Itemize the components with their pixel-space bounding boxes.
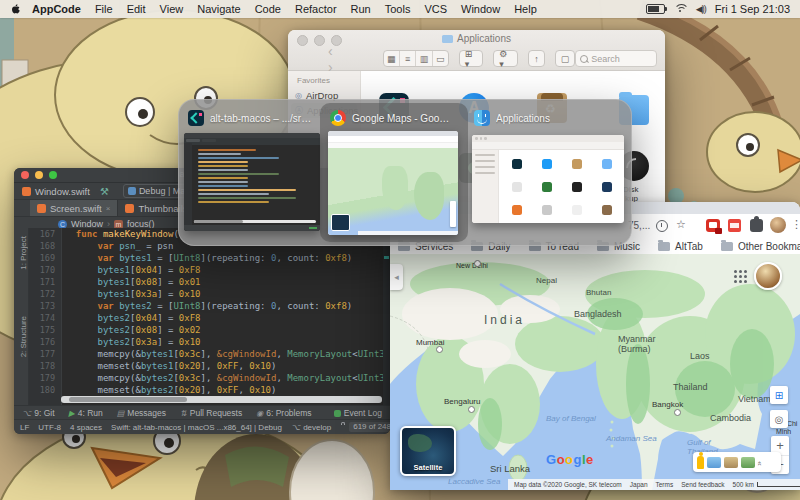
clock-icon[interactable] [656,220,668,232]
extension-icon[interactable] [706,219,720,232]
code-line[interactable]: 172 bytes1[0x3a] = 0x10 [29,288,390,300]
google-map[interactable]: New DelhiNepalBhutanIndiaBangladeshMyanm… [390,254,800,490]
other-bookmarks[interactable]: Other Bookmarks [721,241,800,252]
toolwindow-button-run[interactable]: ▶4: Run [69,408,103,418]
menu-help[interactable]: Help [514,3,537,15]
switcher-item-chrome[interactable]: Google Maps - Google Chr... [330,110,454,126]
attrib-link[interactable]: Terms [656,481,674,488]
puzzle-extension-icon[interactable] [750,219,763,232]
build-hammer-icon[interactable]: ⚒ [100,186,109,197]
code-text: var psn_ = psn [61,240,173,252]
action-gear-button[interactable]: ⚙ ▾ [493,50,518,67]
toolwindow-button-problems[interactable]: ◉6: Problems [256,408,311,418]
menu-view[interactable]: View [160,3,184,15]
group-button[interactable]: ⊞ ▾ [459,50,483,67]
pegman-icon[interactable] [697,456,704,469]
status-item[interactable]: LF [20,423,29,432]
switcher-thumbnail-finder[interactable] [472,135,624,223]
menu-tools[interactable]: Tools [385,3,411,15]
imagery-thumb[interactable] [741,457,755,468]
tool-strip-project[interactable]: 1: Project [14,236,28,270]
code-line[interactable]: 170 bytes1[0x04] = 0xF8 [29,264,390,276]
menu-code[interactable]: Code [255,3,281,15]
line-number: 170 [29,264,61,276]
code-text: func makeKeyWindow( [61,228,179,240]
volume-icon[interactable]: ◀)) [696,4,706,14]
back-forward-buttons[interactable]: ‹ › [328,43,355,75]
code-text: memcpy(&bytes2[0x3c], &cgWindowId, Memor… [61,372,390,384]
battery-icon[interactable] [646,4,665,14]
status-branch[interactable]: ⌥develop [291,423,331,432]
imagery-thumb[interactable] [724,457,738,468]
satellite-toggle[interactable]: Satellite [400,426,456,476]
menu-run[interactable]: Run [351,3,371,15]
map-tiles-button[interactable]: ⊞ [770,386,788,404]
finder-titlebar[interactable]: Applications ‹ › ▦≡▥▭ ⊞ ▾ ⚙ ▾ ↑ ▢ Search [288,30,665,71]
toolwindow-button-messages[interactable]: ▤Messages [117,408,166,418]
profile-avatar[interactable] [770,217,786,233]
editor-scrollbar-vertical[interactable] [383,228,390,406]
menu-clock[interactable]: Fri 1 Sep 21:03 [715,3,790,15]
swift-file-icon [22,187,31,196]
apple-menu-icon[interactable] [10,3,22,15]
switcher-item-appcode[interactable]: alt-tab-macos – .../src/logic... [188,110,312,126]
code-line[interactable]: 175 bytes2[0x08] = 0x02 [29,324,390,336]
menu-vcs[interactable]: VCS [424,3,447,15]
attrib-link[interactable]: Japan [630,481,648,488]
wifi-icon[interactable] [674,4,687,14]
menu-window[interactable]: Window [461,3,500,15]
editor-scrollbar-horizontal[interactable] [61,396,382,403]
memory-indicator[interactable]: 619 of 2487M [349,422,390,432]
toolwindow-button-git[interactable]: ⌥9: Git [22,408,55,418]
google-apps-grid-icon[interactable] [734,270,748,284]
share-button[interactable]: ↑ [528,50,545,67]
code-line[interactable]: 176 bytes2[0x3a] = 0x10 [29,336,390,348]
status-item[interactable]: Swift: alt-tab-macos | macOS ...x86_64] … [111,423,282,432]
map-attribution: Map data ©2020 Google, SK telecom Japan … [508,479,800,490]
status-item[interactable]: 4 spaces [70,423,102,432]
extension-icon[interactable] [728,219,741,232]
collapse-chevron-icon[interactable]: « [755,461,764,463]
tab-screen-swift[interactable]: Screen.swift× [30,200,118,216]
tool-strip-structure[interactable]: 2: Structure [14,316,28,357]
appcode-toolwindow-bar: ⌥9: Git▶4: Run▤Messages⇅Pull Requests◉6:… [14,405,390,420]
line-number: 177 [29,348,61,360]
map-compass-button[interactable]: ◎ [770,410,788,428]
chrome-menu-icon[interactable]: ⋮ [791,218,800,231]
switcher-thumbnail-chrome[interactable] [328,131,458,235]
code-line[interactable]: 178 memset(&bytes1[0x20], 0xFF, 0x10) [29,360,390,372]
code-line[interactable]: 174 bytes2[0x04] = 0xF8 [29,312,390,324]
appcode-status-bar: LFUTF-84 spacesSwift: alt-tab-macos | ma… [14,419,390,434]
bookmark-star-icon[interactable]: ☆ [676,218,686,231]
switcher-thumbnail-appcode[interactable] [184,133,320,231]
attrib-link[interactable]: Send feedback [681,481,724,488]
imagery-thumb[interactable] [707,457,721,468]
map-label: Laccadive Sea [448,477,500,486]
toolwindow-button-pr[interactable]: ⇅Pull Requests [180,408,242,418]
menu-edit[interactable]: Edit [127,3,146,15]
finder-search-field[interactable]: Search [575,50,657,67]
nav-file[interactable]: Window.swift [35,186,90,197]
menu-refactor[interactable]: Refactor [295,3,337,15]
bookmark-alttab[interactable]: AltTab [658,241,703,252]
column-view-icon: ▥ [416,51,432,66]
code-line[interactable]: 171 bytes1[0x08] = 0x01 [29,276,390,288]
view-mode-segmented-control[interactable]: ▦≡▥▭ [383,50,449,67]
switcher-item-finder[interactable]: Applications [474,110,550,126]
menu-navigate[interactable]: Navigate [197,3,240,15]
code-line[interactable]: 169 var bytes1 = [UInt8](repeating: 0, c… [29,252,390,264]
code-line[interactable]: 179 memcpy(&bytes2[0x3c], &cgWindowId, M… [29,372,390,384]
imagery-bar[interactable]: « [693,452,781,472]
code-editor[interactable]: 167 func makeKeyWindow(168 var psn_ = ps… [29,228,390,406]
menu-app-name[interactable]: AppCode [32,3,81,15]
side-panel-collapse-button[interactable]: ◂ [390,264,403,290]
menu-file[interactable]: File [95,3,113,15]
close-tab-icon[interactable]: × [106,204,111,213]
tags-button[interactable]: ▢ [555,50,576,67]
account-avatar[interactable] [754,262,782,290]
status-item[interactable]: UTF-8 [38,423,61,432]
code-line[interactable]: 180 memset(&bytes2[0x20], 0xFF, 0x10) [29,384,390,396]
code-line[interactable]: 173 var bytes2 = [UInt8](repeating: 0, c… [29,300,390,312]
event-log-button[interactable]: Event Log [334,408,382,418]
code-line[interactable]: 177 memcpy(&bytes1[0x3c], &cgWindowId, M… [29,348,390,360]
